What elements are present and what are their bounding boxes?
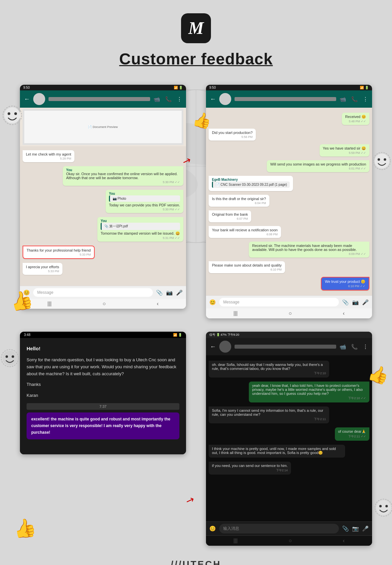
msg-1-3: You 📷 Photo Today we can provide you thi… [106, 190, 183, 213]
message-input-1[interactable]: Message [33, 288, 153, 297]
svg-point-16 [12, 355, 14, 358]
chat-body-1: Let me check with my agent 5:28 PM You O… [20, 146, 186, 286]
chat-body-4: oh. dear Sofia, Ishould say that I reall… [206, 355, 372, 521]
msg-text-2-8: Received sir. The machine materials have… [252, 244, 357, 252]
status-time-1: 9:50 [23, 86, 30, 89]
msg-4-6: if you need, you can send our sentence t… [209, 462, 291, 475]
emoji-icon-2[interactable]: 😊 [209, 299, 216, 305]
nav-home-1[interactable]: ○ [103, 301, 106, 307]
camera-icon-1[interactable]: 📷 [166, 289, 173, 296]
camera-icon-4[interactable]: 📷 [352, 525, 359, 532]
nav-back-2[interactable]: ‹ [343, 310, 344, 316]
menu-icon-2[interactable]: ⋮ [363, 96, 368, 102]
dark-chat-body-3: Hello! Sorry for the random question, bu… [20, 338, 186, 454]
attach-icon-1[interactable]: 📎 [156, 289, 163, 296]
msg-text-4-5: I think your machine is pretty good, unt… [212, 447, 336, 455]
svg-point-7 [8, 112, 10, 115]
video-icon-1[interactable]: 📹 [153, 96, 160, 102]
nav-bar-2: ||| ○ ‹ [206, 308, 372, 318]
msg-4-5: I think your machine is pretty good, unt… [209, 445, 345, 458]
status-bar-4: 信号 🔋 47% 下午9:20 [206, 332, 372, 338]
logo-container: M [181, 13, 211, 43]
screenshot-2-container: 👍 9:50 📶 🔋 ← [206, 85, 372, 318]
status-time-4: 信号 🔋 47% 下午9:20 [209, 333, 239, 337]
back-icon-2[interactable]: ← [210, 96, 216, 103]
dark-msg-karan: Karan [27, 392, 179, 399]
msg-text-4-4: of course dear🙏 [338, 429, 366, 433]
dark-status-icons-3: 📶 🔋 [173, 333, 182, 337]
video-icon-2[interactable]: 📹 [340, 96, 346, 102]
you-label-1-3: You [109, 192, 180, 195]
mic-icon-1[interactable]: 🎤 [176, 289, 183, 296]
chat-input-bar-4: 😊 输入消息 📎 📷 🎤 [206, 521, 372, 535]
highlighted-reply-3: excellent! the machine is quite good and… [27, 412, 179, 439]
pointer-deco-3: ↗ [184, 493, 196, 507]
nav-menu-2[interactable]: ||| [234, 310, 238, 316]
status-icons-2: 📶 🔋 [360, 86, 369, 89]
chat-screenshot-1: 9:50 📶 🔋 ← 📹 📞 ⋮ 📄 Document [20, 85, 186, 309]
nav-bar-4: ||| ○ ‹ [206, 535, 372, 546]
highlighted-reply-text-3: excellent! the machine is quite good and… [31, 417, 170, 435]
msg-text-2-2: Did you start production? [212, 131, 252, 135]
phone-icon-2[interactable]: 📞 [351, 96, 358, 102]
msg-time-4-2: 下午2:10 ✓✓ [252, 396, 366, 400]
attach-icon-2[interactable]: 📎 [342, 299, 349, 305]
msg-text-2-6: Original from the bank [212, 212, 248, 216]
file-1-3: 📷 Photo [109, 195, 180, 202]
dark-msg-main: Sorry for the random question, but I was… [27, 357, 179, 377]
video-icon-4[interactable]: 📹 [340, 344, 346, 350]
menu-icon-4[interactable]: ⋮ [363, 344, 368, 350]
status-bar-1: 9:50 📶 🔋 [20, 85, 186, 90]
chat-screenshot-2: 9:50 📶 🔋 ← 📹 📞 ⋮ Recei [206, 85, 372, 318]
svg-point-12 [384, 158, 386, 161]
svg-point-10 [374, 154, 389, 168]
bottom-brand-container: ///UTECH [171, 559, 221, 565]
logo-box: M [181, 13, 211, 43]
menu-icon-1[interactable]: ⋮ [177, 96, 182, 102]
svg-point-14 [2, 351, 17, 365]
msg-1-2: You Okay sir. Once you have confirmed th… [63, 166, 183, 186]
msg-text-2-7: Your bank will recieve a notification so… [212, 228, 278, 232]
status-time-2: 9:50 [209, 86, 216, 89]
chat-input-bar-1: 😊 Message 📎 📷 🎤 [20, 286, 186, 299]
msg-text-1-4: Tomorrow the stamped version will be iss… [101, 231, 180, 235]
nav-home-4[interactable]: ○ [289, 538, 292, 544]
msg-2-9: Please make sure about details and quali… [209, 261, 285, 273]
bottom-brand-text: ///UTECH [171, 559, 221, 565]
emoji-icon-4[interactable]: 😊 [209, 525, 216, 532]
back-icon-1[interactable]: ← [24, 96, 30, 103]
msg-time-1-2: 5:30 PM ✓✓ [66, 180, 180, 184]
nav-menu-4[interactable]: ||| [234, 538, 238, 544]
mic-icon-4[interactable]: 🎤 [362, 525, 369, 532]
msg-text-4-6: if you need, you can send our sentence t… [212, 464, 288, 468]
back-icon-4[interactable]: ← [210, 343, 216, 350]
msg-time-2-1: 5:48 PM ✓✓ [345, 120, 366, 123]
message-input-4[interactable]: 输入消息 [219, 524, 339, 533]
msg-text-2-4: Will send you some images as we progress… [270, 162, 366, 166]
you-label-1-4: You [101, 219, 180, 223]
msg-2-5: Is this the draft or the original sir? 6… [209, 195, 269, 207]
msg-text-2-5: Is this the draft or the original sir? [212, 197, 266, 201]
attach-icon-4[interactable]: 📎 [342, 525, 349, 532]
nav-back-1[interactable]: ‹ [157, 301, 158, 307]
nav-back-4[interactable]: ‹ [343, 538, 344, 544]
dark-status-time-3: 3:48 [24, 333, 30, 337]
chat-input-bar-2: 😊 Message 📎 📷 🎤 [206, 295, 372, 308]
nav-home-2[interactable]: ○ [289, 310, 292, 316]
msg-2-1: Received 😊 5:48 PM ✓✓ [342, 113, 369, 125]
status-icons-1: 📶 🔋 [174, 86, 183, 89]
msg-2-6: Original from the bank 6:07 PM [209, 210, 251, 222]
nav-menu-1[interactable]: ||| [48, 301, 51, 307]
phone-icon-4[interactable]: 📞 [351, 344, 358, 350]
svg-point-20 [385, 505, 388, 507]
mic-icon-2[interactable]: 🎤 [362, 299, 369, 305]
message-input-2[interactable]: Message [219, 298, 339, 306]
msg-time-2-4: 6:01 PM ✓✓ [270, 167, 366, 170]
msg-1-4: You 📎 第一话Pt.pdf Tomorrow the stamped ver… [97, 217, 183, 242]
msg-text-4-3: Sofia, I'm sorry I cannot send my inform… [212, 408, 323, 416]
msg-time-1-6: 5:33 PM [26, 270, 59, 273]
camera-icon-2[interactable]: 📷 [352, 299, 359, 305]
phone-icon-1[interactable]: 📞 [165, 96, 172, 102]
chat-body-2: Received 😊 5:48 PM ✓✓ Did you start prod… [206, 108, 372, 295]
screenshot-1-container: 👍 ↗ 9:50 📶 🔋 ← 📹 📞 ⋮ [20, 85, 186, 318]
